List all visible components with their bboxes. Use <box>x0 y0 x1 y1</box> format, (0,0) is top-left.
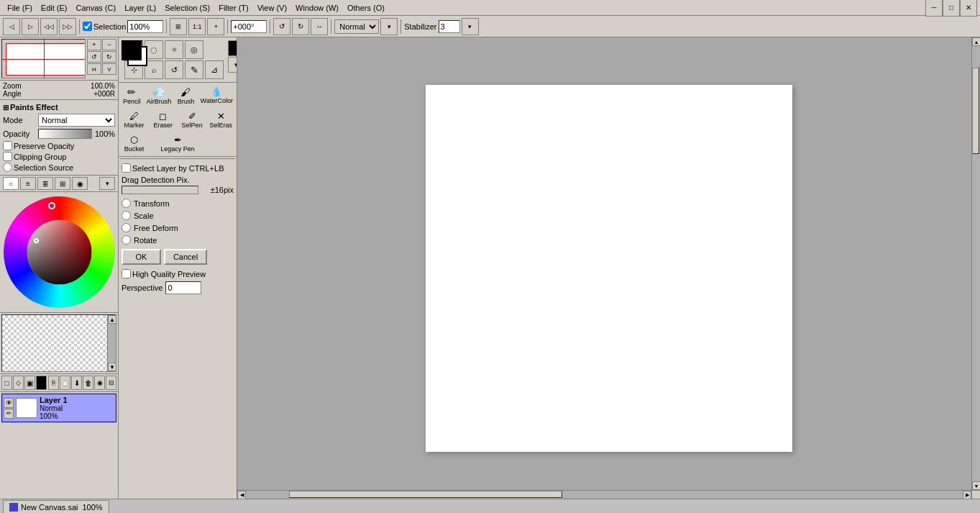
new-group-btn[interactable]: ▣ <box>24 376 35 390</box>
selection-checkbox[interactable] <box>83 22 92 31</box>
drag-detection-slider[interactable] <box>122 186 198 194</box>
preserve-opacity-checkbox[interactable] <box>3 141 12 150</box>
rotate-btn-1[interactable]: ↺ <box>273 18 290 35</box>
blend-mode-btn[interactable]: ▾ <box>380 18 398 35</box>
zoom-input[interactable]: 100% <box>127 20 163 33</box>
blend-mode-select[interactable]: Normal <box>334 19 379 34</box>
color-square[interactable] <box>27 220 91 285</box>
rotate-tool-btn[interactable]: ↺ <box>165 60 183 79</box>
color-black-swatch[interactable] <box>228 40 237 56</box>
free-deform-radio[interactable] <box>122 223 131 232</box>
ok-button[interactable]: OK <box>122 249 161 265</box>
color-tab-wheel[interactable]: ○ <box>3 177 19 190</box>
vscroll-thumb[interactable] <box>972 68 979 154</box>
color-tab-misc[interactable]: ◉ <box>72 177 88 190</box>
color-wheel-container[interactable] <box>4 196 115 308</box>
selection-source-radio[interactable] <box>3 163 12 172</box>
tool-watercolor[interactable]: 💧 WaterColor <box>198 84 235 107</box>
tool-seleras[interactable]: ✕ SelEras <box>207 109 235 131</box>
menu-canvas[interactable]: Canvas (C) <box>72 2 121 14</box>
window-minimize[interactable]: ─ <box>925 0 943 17</box>
toolbar-btn-1[interactable]: ◁ <box>3 18 20 35</box>
fg-color-swatch[interactable] <box>122 40 142 60</box>
zoom-in[interactable]: + <box>207 18 224 35</box>
menu-selection[interactable]: Selection (S) <box>160 2 214 14</box>
opacity-slider[interactable] <box>38 129 92 139</box>
cancel-button[interactable]: Cancel <box>164 249 207 265</box>
layer-visible-icon[interactable]: 👁 <box>4 398 14 408</box>
toolbar-btn-4[interactable]: ▷▷ <box>59 18 76 35</box>
new-raster-layer-btn[interactable]: □ <box>1 376 12 390</box>
color-options-btn[interactable]: ▾ <box>99 177 115 190</box>
vscroll-down-btn[interactable]: ▼ <box>972 481 980 490</box>
transform-radio[interactable] <box>122 199 131 208</box>
tool-pencil[interactable]: ✏ Pencil <box>120 84 144 107</box>
select-layer-checkbox[interactable] <box>122 163 131 173</box>
toolbar-btn-3[interactable]: ◁◁ <box>40 18 58 35</box>
flip-h[interactable]: ↔ <box>311 18 328 35</box>
layer-item[interactable]: 👁 ✏ Layer 1 Normal 100% <box>1 394 116 422</box>
zoom-100[interactable]: 1:1 <box>188 18 206 35</box>
delete-layer-btn[interactable]: 🗑 <box>83 376 93 390</box>
flip-h-btn[interactable]: H <box>87 63 101 75</box>
paste-layer-btn[interactable]: 📋 <box>60 376 70 390</box>
zoom-out-btn[interactable]: − <box>102 39 116 50</box>
magic-wand-btn[interactable]: ✧ <box>165 40 183 59</box>
flip-v-btn[interactable]: V <box>102 63 116 75</box>
window-maximize[interactable]: □ <box>943 0 960 17</box>
pipette-btn[interactable]: ⊿ <box>205 60 224 79</box>
canvas-tab[interactable]: New Canvas.sai 100% <box>3 500 109 513</box>
colorpicker-btn[interactable]: ✎ <box>185 60 203 79</box>
menu-edit[interactable]: Edit (E) <box>37 2 72 14</box>
menu-layer[interactable]: Layer (L) <box>120 2 160 14</box>
hscroll-left-btn[interactable]: ◀ <box>237 491 246 499</box>
angle-input[interactable]: +000° <box>231 20 267 33</box>
rotate-btn-2[interactable]: ↻ <box>292 18 309 35</box>
stabilizer-input[interactable]: 3 <box>439 20 460 33</box>
menu-others[interactable]: Others (O) <box>343 2 389 14</box>
color-tab-lines[interactable]: ≡ <box>20 177 36 190</box>
zoom-fit[interactable]: ⊞ <box>170 18 187 35</box>
window-close[interactable]: ✕ <box>960 0 977 17</box>
layer-filter-btn[interactable]: ◉ <box>94 376 105 390</box>
hscroll-thumb[interactable] <box>289 491 562 498</box>
zoom-in-btn[interactable]: + <box>87 39 101 50</box>
preview-scroll-down[interactable]: ▼ <box>108 363 116 371</box>
preview-scroll-up[interactable]: ▲ <box>108 315 116 324</box>
toolbar-btn-2[interactable]: ▷ <box>22 18 39 35</box>
tool-airbrush[interactable]: 💨 AirBrush <box>145 84 174 107</box>
color-swatch-layer-btn[interactable]: ■ <box>36 376 47 390</box>
tool-bucket[interactable]: ⬡ Bucket <box>120 132 148 155</box>
swatch-expand-btn[interactable]: ▾ <box>228 57 237 73</box>
new-vector-layer-btn[interactable]: ◇ <box>13 376 24 390</box>
vscroll-up-btn[interactable]: ▲ <box>972 37 980 46</box>
layer-lock-icon[interactable]: ✏ <box>4 409 14 419</box>
copy-layer-btn[interactable]: ⎘ <box>48 376 59 390</box>
rotate-cw-btn[interactable]: ↻ <box>102 51 116 63</box>
rotate-ccw-btn[interactable]: ↺ <box>87 51 101 63</box>
menu-view[interactable]: View (V) <box>253 2 291 14</box>
main-canvas[interactable] <box>426 85 792 452</box>
menu-file[interactable]: File (F) <box>3 2 37 14</box>
color-tab-grid[interactable]: ⊞ <box>55 177 70 190</box>
scratchpad-btn[interactable]: ◎ <box>185 40 203 59</box>
perspective-input[interactable]: 0 <box>165 281 201 294</box>
tool-marker[interactable]: 🖊 Marker <box>120 109 148 131</box>
high-quality-checkbox[interactable] <box>122 269 131 278</box>
menu-filter[interactable]: Filter (T) <box>214 2 253 14</box>
navigator-canvas[interactable] <box>1 39 86 78</box>
tool-selpen[interactable]: ✐ SelPen <box>178 109 206 131</box>
tool-brush[interactable]: 🖌 Brush <box>174 84 198 107</box>
color-tab-list[interactable]: ≣ <box>37 177 53 190</box>
hscroll-right-btn[interactable]: ▶ <box>963 491 971 499</box>
mode-select[interactable]: Normal <box>38 114 115 127</box>
merge-down-btn[interactable]: ⬇ <box>71 376 82 390</box>
tool-eraser[interactable]: ◻ Eraser <box>149 109 177 131</box>
rotate-radio[interactable] <box>122 235 131 245</box>
color-wheel-ring[interactable] <box>4 196 115 308</box>
scale-radio[interactable] <box>122 211 131 220</box>
flatten-btn[interactable]: ⊟ <box>106 376 116 390</box>
stabilizer-dropdown[interactable]: ▾ <box>462 18 479 35</box>
menu-window[interactable]: Window (W) <box>291 2 343 14</box>
tool-legacy-pen[interactable]: ✒ Legacy Pen <box>149 132 206 155</box>
